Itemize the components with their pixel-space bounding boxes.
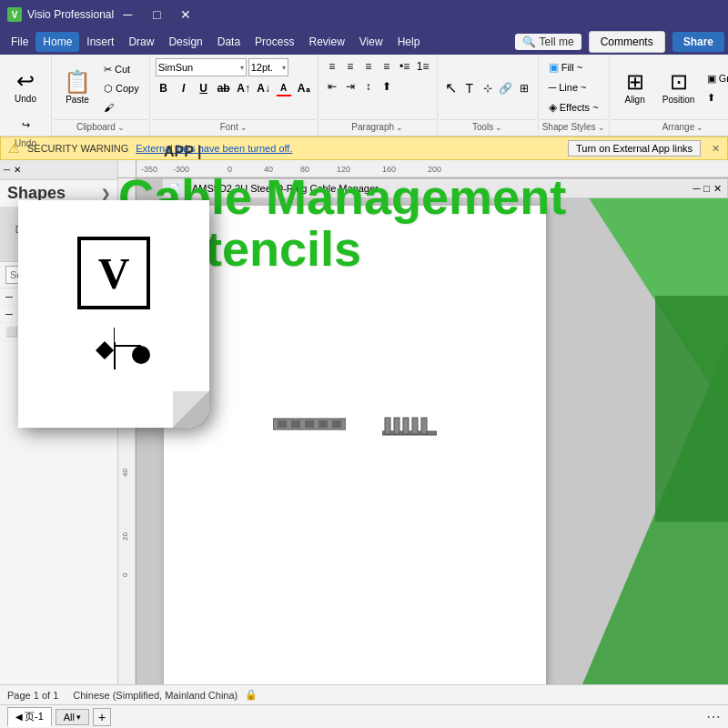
copy-button[interactable]: ⬡ Copy <box>99 80 144 97</box>
text-tool-button[interactable]: T <box>461 80 478 96</box>
canvas-content[interactable]: 📄 RAMS5D2 2U Steel D-Ring Cable Manager … <box>136 178 728 684</box>
clipboard-group-label[interactable]: Clipboard ⌄ <box>54 119 147 134</box>
group-button[interactable]: ▣ Group <box>703 70 728 87</box>
svg-text:20: 20 <box>121 532 129 541</box>
font-grow-button[interactable]: A↑ <box>236 80 252 96</box>
ribbon-shape-styles-group: ▣ Fill ~ ─ Line ~ ◈ Effects ~ Shape Styl… <box>539 55 610 136</box>
menu-view[interactable]: View <box>352 32 390 52</box>
align-right-button[interactable]: ≡ <box>360 58 377 75</box>
pointer-tool-button[interactable]: ↖ <box>443 80 460 96</box>
increase-indent-button[interactable]: ⇥ <box>342 78 359 95</box>
bold-button[interactable]: B <box>156 80 172 96</box>
numbering-button[interactable]: 1≡ <box>415 58 431 75</box>
shape-item-1[interactable]: ─ RAMS5D2-P... <box>0 288 117 306</box>
doc-restore-button[interactable]: □ <box>703 183 710 195</box>
font-size-dropdown[interactable]: 12pt. ▾ <box>248 58 288 76</box>
maximize-button[interactable]: □ <box>143 5 170 24</box>
add-page-button[interactable]: + <box>93 708 111 726</box>
page-tabs-more-icon[interactable]: ⋯ <box>706 708 721 725</box>
font-color-button[interactable]: A <box>276 80 292 96</box>
justify-button[interactable]: ≡ <box>379 58 395 75</box>
shapes-panel-collapse-icon[interactable]: ❯ <box>101 187 110 200</box>
document-titlebar: 📄 RAMS5D2 2U Steel D-Ring Cable Manager … <box>162 178 728 198</box>
redo-button[interactable]: ↪ <box>17 116 35 134</box>
menu-home[interactable]: Home <box>35 32 79 52</box>
font-name-dropdown[interactable]: SimSun ▾ <box>156 58 247 76</box>
doc-minimize-button[interactable]: ─ <box>693 183 701 195</box>
drawing-page[interactable] <box>164 206 546 684</box>
shape-item-2[interactable]: ─ RAMS5D2-T... <box>0 306 117 323</box>
page-tab-active[interactable]: ◀ 页-1 <box>7 707 52 727</box>
inner-titlebar-minimize-icon[interactable]: ─ <box>4 165 10 175</box>
canvas-wrapper[interactable]: -350 -300 0 40 80 120 160 200 120 100 80… <box>118 160 728 684</box>
shape-item-3[interactable]: ⬜ RAMS5D-S... <box>0 323 117 341</box>
ribbon-font-group: SimSun ▾ 12pt. ▾ B I U ab A↑ A↓ A Aₐ Fon… <box>150 55 318 136</box>
menu-design[interactable]: Design <box>161 32 209 52</box>
line-button[interactable]: ─ Line ~ <box>544 78 592 96</box>
align-center-button[interactable]: ≡ <box>342 58 359 75</box>
close-button[interactable]: ✕ <box>172 5 199 24</box>
decrease-indent-button[interactable]: ⇤ <box>324 78 340 95</box>
shapes-panel: ─ ✕ Shapes ❯ Drop Quick Shapes here 🔍 ─ … <box>0 160 118 684</box>
shape-item-2-label: RAMS5D2-T... <box>18 308 82 319</box>
bullets-button[interactable]: •≡ <box>397 58 413 75</box>
highlight-button[interactable]: Aₐ <box>296 80 312 96</box>
menu-review[interactable]: Review <box>301 32 351 52</box>
shape-styles-group-label[interactable]: Shape Styles ⌄ <box>541 119 607 134</box>
menu-insert[interactable]: Insert <box>79 32 121 52</box>
menu-file[interactable]: File <box>4 32 35 52</box>
connection-tool-button[interactable]: ⊹ <box>480 80 496 96</box>
fill-button[interactable]: ▣ Fill ~ <box>544 58 588 76</box>
format-painter-button[interactable]: 🖌 <box>99 99 144 116</box>
drop-quick-shapes-area[interactable]: Drop Quick Shapes here <box>0 207 117 262</box>
shape-items-list: ─ RAMS5D2-P... ─ RAMS5D2-T... ⬜ RAMS5D-S… <box>0 288 117 341</box>
font-shrink-button[interactable]: A↓ <box>256 80 272 96</box>
menu-process[interactable]: Process <box>248 32 301 52</box>
undo-icon: ↩ <box>16 70 35 92</box>
font-group-label[interactable]: Font ⌄ <box>152 119 316 134</box>
window-controls: ─ □ ✕ <box>114 5 199 24</box>
bring-forward-button[interactable]: ⬆ <box>703 89 728 106</box>
crop-tool-button[interactable]: ⊞ <box>516 80 532 96</box>
strikethrough-button[interactable]: ab <box>216 80 232 96</box>
paragraph-group-label[interactable]: Paragraph ⌄ <box>320 119 435 134</box>
align-left-button[interactable]: ≡ <box>324 58 340 75</box>
doc-close-button[interactable]: ✕ <box>713 183 722 195</box>
menu-help[interactable]: Help <box>390 32 428 52</box>
menu-draw[interactable]: Draw <box>121 32 161 52</box>
tools-group-label[interactable]: Tools ⌄ <box>440 119 536 134</box>
paste-button[interactable]: 📋 Paste <box>57 60 97 116</box>
turn-on-links-button[interactable]: Turn on External App links <box>568 140 701 157</box>
security-link[interactable]: External links have been turned off. <box>136 143 292 154</box>
paragraph-expand-icon: ⌄ <box>396 123 403 132</box>
undo-button[interactable]: ↩ Undo <box>5 58 46 115</box>
menu-data[interactable]: Data <box>210 32 248 52</box>
text-direction-button[interactable]: ⬆ <box>379 78 395 95</box>
underline-button[interactable]: U <box>196 80 212 96</box>
position-button[interactable]: ⊡ Position <box>659 60 699 116</box>
align-large-button[interactable]: ⊞ Align <box>615 60 655 116</box>
cut-button[interactable]: ✂ Cut <box>99 61 144 78</box>
connector-tool-button[interactable]: 🔗 <box>498 80 514 96</box>
cut-icon: ✂ <box>104 64 112 76</box>
page-tabs-bar: ◀ 页-1 All ▾ + ⋯ <box>0 704 728 728</box>
security-close-icon[interactable]: ✕ <box>712 143 720 155</box>
minimize-button[interactable]: ─ <box>114 5 141 24</box>
inner-titlebar-close-icon[interactable]: ✕ <box>14 165 21 175</box>
page-tab-nav-left-icon[interactable]: ◀ <box>15 712 23 722</box>
italic-button[interactable]: I <box>176 80 192 96</box>
cable-shape-1 <box>273 415 346 436</box>
tools-expand-icon: ⌄ <box>495 123 502 132</box>
tell-me-label[interactable]: Tell me <box>540 35 574 48</box>
share-button[interactable]: Share <box>672 32 724 52</box>
page-tab-all[interactable]: All ▾ <box>56 709 89 725</box>
svg-text:60: 60 <box>121 405 129 413</box>
svg-rect-23 <box>318 420 328 428</box>
arrange-group-label[interactable]: Arrange ⌄ <box>612 119 728 134</box>
comments-button[interactable]: Comments <box>589 31 665 53</box>
app-title: Visio Professional <box>27 8 114 21</box>
security-warning-text: SECURITY WARNING <box>27 143 128 154</box>
align-large-icon: ⊞ <box>626 71 644 93</box>
effects-button[interactable]: ◈ Effects ~ <box>544 98 603 116</box>
line-spacing-button[interactable]: ↕ <box>360 78 377 95</box>
